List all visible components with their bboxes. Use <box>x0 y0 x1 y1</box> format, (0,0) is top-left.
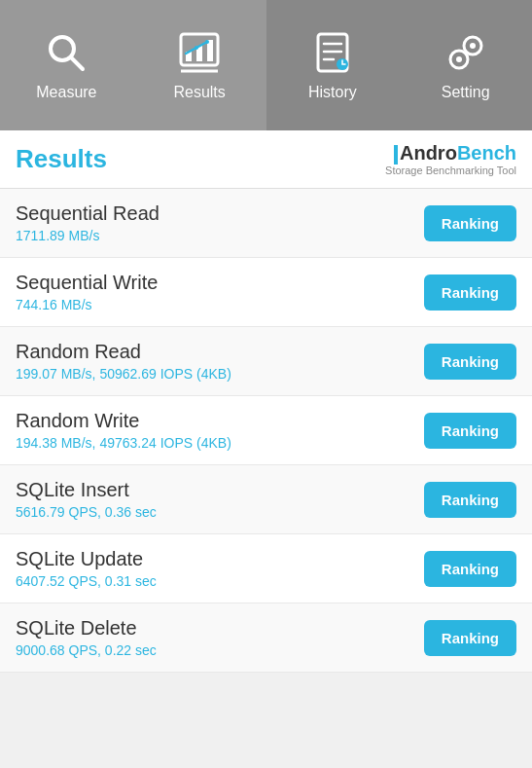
result-row-2: Random Read 199.07 MB/s, 50962.69 IOPS (… <box>0 327 532 396</box>
result-info-6: SQLite Delete 9000.68 QPS, 0.22 sec <box>16 617 424 658</box>
result-value-4: 5616.79 QPS, 0.36 sec <box>16 504 424 520</box>
result-info-4: SQLite Insert 5616.79 QPS, 0.36 sec <box>16 479 424 520</box>
ranking-button-5[interactable]: Ranking <box>424 551 516 587</box>
history-icon <box>309 29 356 76</box>
result-name-0: Sequential Read <box>16 202 424 225</box>
nav-item-history[interactable]: History <box>266 0 400 130</box>
svg-point-15 <box>470 43 476 49</box>
result-row-5: SQLite Update 6407.52 QPS, 0.31 sec Rank… <box>0 534 532 603</box>
svg-line-1 <box>71 57 83 69</box>
page-title: Results <box>16 144 107 174</box>
ranking-button-6[interactable]: Ranking <box>424 620 516 656</box>
result-row-3: Random Write 194.38 MB/s, 49763.24 IOPS … <box>0 396 532 465</box>
logo-container: AndroBench Storage Benchmarking Tool <box>385 142 516 176</box>
result-info-0: Sequential Read 1711.89 MB/s <box>16 202 424 243</box>
result-value-2: 199.07 MB/s, 50962.69 IOPS (4KB) <box>16 366 424 382</box>
result-value-6: 9000.68 QPS, 0.22 sec <box>16 642 424 658</box>
nav-item-results[interactable]: Results <box>133 0 266 130</box>
ranking-button-3[interactable]: Ranking <box>424 413 516 449</box>
nav-item-measure[interactable]: Measure <box>0 0 133 130</box>
result-name-3: Random Write <box>16 410 424 432</box>
nav-history-label: History <box>308 84 357 101</box>
result-name-5: SQLite Update <box>16 548 424 570</box>
logo-subtitle: Storage Benchmarking Tool <box>385 165 516 176</box>
result-value-5: 6407.52 QPS, 0.31 sec <box>16 573 424 589</box>
result-info-2: Random Read 199.07 MB/s, 50962.69 IOPS (… <box>16 341 424 382</box>
result-value-0: 1711.89 MB/s <box>16 228 424 243</box>
result-row-4: SQLite Insert 5616.79 QPS, 0.36 sec Rank… <box>0 465 532 534</box>
result-value-1: 744.16 MB/s <box>16 297 424 312</box>
nav-measure-label: Measure <box>36 84 96 101</box>
logo-accent <box>394 145 398 165</box>
result-info-3: Random Write 194.38 MB/s, 49763.24 IOPS … <box>16 410 424 451</box>
results-list: Sequential Read 1711.89 MB/s Ranking Seq… <box>0 189 532 673</box>
results-icon <box>176 29 223 76</box>
svg-point-17 <box>456 56 462 62</box>
ranking-button-4[interactable]: Ranking <box>424 482 516 518</box>
logo-bench: Bench <box>457 142 516 164</box>
result-name-2: Random Read <box>16 341 424 363</box>
result-row-1: Sequential Write 744.16 MB/s Ranking <box>0 258 532 327</box>
ranking-button-0[interactable]: Ranking <box>424 205 516 241</box>
results-header: Results AndroBench Storage Benchmarking … <box>0 130 532 189</box>
svg-point-8 <box>205 40 209 44</box>
result-value-3: 194.38 MB/s, 49763.24 IOPS (4KB) <box>16 435 424 451</box>
result-row-6: SQLite Delete 9000.68 QPS, 0.22 sec Rank… <box>0 603 532 673</box>
result-name-6: SQLite Delete <box>16 617 424 640</box>
ranking-button-1[interactable]: Ranking <box>424 274 516 311</box>
result-info-1: Sequential Write 744.16 MB/s <box>16 272 424 312</box>
ranking-button-2[interactable]: Ranking <box>424 344 516 380</box>
result-row-0: Sequential Read 1711.89 MB/s Ranking <box>0 189 532 258</box>
result-info-5: SQLite Update 6407.52 QPS, 0.31 sec <box>16 548 424 589</box>
svg-point-7 <box>195 46 198 50</box>
measure-icon <box>43 29 89 76</box>
result-name-1: Sequential Write <box>16 272 424 294</box>
setting-icon <box>443 29 489 76</box>
nav-bar: Measure Results <box>0 0 532 130</box>
logo-text: AndroBench <box>394 142 516 165</box>
nav-results-label: Results <box>173 84 225 101</box>
result-name-4: SQLite Insert <box>16 479 424 501</box>
nav-setting-label: Setting <box>442 84 490 101</box>
nav-item-setting[interactable]: Setting <box>399 0 532 130</box>
